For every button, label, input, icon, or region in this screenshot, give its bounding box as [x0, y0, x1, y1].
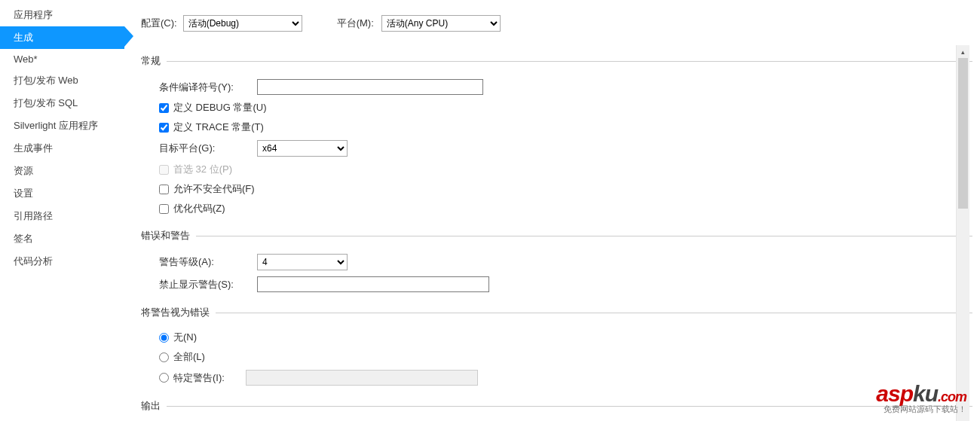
sidebar-item-build-events[interactable]: 生成事件 [0, 137, 124, 160]
sidebar-item-publish-web[interactable]: 打包/发布 Web [0, 69, 124, 92]
define-debug-checkbox[interactable] [159, 103, 169, 113]
treat-specific-input [246, 370, 478, 386]
prefer-32bit-label: 首选 32 位(P) [173, 163, 232, 176]
platform-label: 平台(M): [337, 17, 374, 30]
platform-select[interactable]: 活动(Any CPU) [381, 15, 501, 32]
divider [196, 236, 972, 236]
sidebar-item-publish-sql[interactable]: 打包/发布 SQL [0, 92, 124, 114]
optimize-checkbox[interactable] [159, 204, 169, 214]
sidebar-item-build[interactable]: 生成 [0, 26, 124, 49]
divider [167, 406, 972, 407]
top-row: 配置(C): 活动(Debug) 平台(M): 活动(Any CPU) [141, 15, 972, 32]
cond-compile-input[interactable] [257, 79, 483, 95]
section-treat-as-errors: 将警告视为错误 无(N) 全部(L) 特定警告(I): [141, 306, 972, 386]
sidebar-item-silverlight[interactable]: Silverlight 应用程序 [0, 114, 124, 137]
sidebar-item-app[interactable]: 应用程序 [0, 4, 124, 26]
target-platform-label: 目标平台(G): [159, 142, 257, 155]
treat-specific-label: 特定警告(I): [173, 371, 241, 385]
section-title-errors: 错误和警告 [141, 229, 190, 243]
section-general: 常规 条件编译符号(Y): 定义 DEBUG 常量(U) 定义 TRACE 常量… [141, 54, 972, 215]
main-panel: 配置(C): 活动(Debug) 平台(M): 活动(Any CPU) 常规 条… [124, 0, 980, 421]
config-label: 配置(C): [141, 17, 177, 30]
sidebar-item-settings[interactable]: 设置 [0, 182, 124, 205]
warn-level-select[interactable]: 4 [257, 254, 348, 270]
treat-all-radio[interactable] [159, 352, 169, 362]
allow-unsafe-label: 允许不安全代码(F) [173, 182, 255, 196]
section-errors: 错误和警告 警告等级(A): 4 禁止显示警告(S): [141, 229, 972, 292]
section-output: 输出 [141, 399, 972, 413]
section-title-treat: 将警告视为错误 [141, 306, 210, 319]
config-select[interactable]: 活动(Debug) [183, 15, 302, 32]
scroll-up-icon[interactable]: ▴ [957, 45, 969, 58]
suppress-input[interactable] [257, 276, 489, 292]
divider [216, 313, 972, 313]
cond-compile-label: 条件编译符号(Y): [159, 81, 257, 94]
sidebar: 应用程序 生成 Web* 打包/发布 Web 打包/发布 SQL Silverl… [0, 0, 124, 421]
sidebar-item-resources[interactable]: 资源 [0, 160, 124, 182]
treat-all-label: 全部(L) [173, 350, 205, 364]
divider [167, 61, 972, 62]
define-trace-checkbox[interactable] [159, 123, 169, 133]
suppress-label: 禁止显示警告(S): [159, 278, 257, 291]
prefer-32bit-checkbox [159, 165, 169, 175]
sidebar-item-signing[interactable]: 签名 [0, 227, 124, 250]
treat-none-radio[interactable] [159, 333, 169, 343]
sidebar-item-code-analysis[interactable]: 代码分析 [0, 250, 124, 273]
sidebar-item-web[interactable]: Web* [0, 49, 124, 69]
section-title-output: 输出 [141, 399, 161, 413]
section-title-general: 常规 [141, 54, 161, 68]
target-platform-select[interactable]: x64 [257, 140, 348, 157]
optimize-label: 优化代码(Z) [173, 202, 225, 215]
treat-specific-radio[interactable] [159, 373, 169, 383]
warn-level-label: 警告等级(A): [159, 255, 257, 269]
treat-none-label: 无(N) [173, 331, 197, 344]
scroll-thumb[interactable] [958, 58, 968, 209]
define-debug-label: 定义 DEBUG 常量(U) [173, 101, 267, 114]
scrollbar[interactable]: ▴ [956, 45, 969, 421]
define-trace-label: 定义 TRACE 常量(T) [173, 121, 264, 134]
sidebar-item-ref-paths[interactable]: 引用路径 [0, 205, 124, 227]
allow-unsafe-checkbox[interactable] [159, 185, 169, 194]
